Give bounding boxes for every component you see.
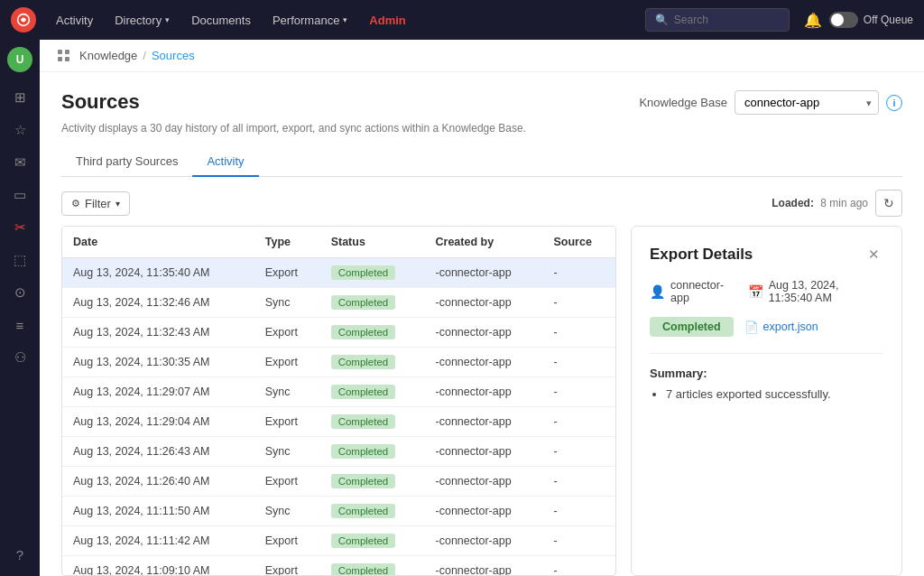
cell-source: -	[543, 288, 616, 318]
search-input[interactable]	[674, 14, 780, 26]
filter-bar: ⚙ Filter ▾ Loaded: 8 min ago ↻	[61, 190, 902, 217]
cell-type: Export	[254, 348, 320, 377]
table-row[interactable]: Aug 13, 2024, 11:32:43 AM Export Complet…	[62, 318, 615, 348]
cell-created-by: -connector-app	[425, 467, 543, 497]
user-avatar[interactable]: U	[7, 47, 32, 72]
cell-type: Export	[254, 556, 320, 577]
table-row[interactable]: Aug 13, 2024, 11:35:40 AM Export Complet…	[62, 258, 615, 288]
sidebar-item-monitor[interactable]: ▭	[5, 181, 34, 209]
search-icon: 🔍	[655, 14, 669, 26]
meta-date: 📅 Aug 13, 2024, 11:35:40 AM	[748, 279, 883, 304]
close-button[interactable]: ✕	[864, 245, 883, 265]
table-row[interactable]: Aug 13, 2024, 11:30:35 AM Export Complet…	[62, 348, 615, 377]
nav-right: 🔔 Off Queue	[804, 12, 913, 29]
queue-toggle[interactable]	[829, 12, 858, 28]
table-row[interactable]: Aug 13, 2024, 11:29:04 AM Export Complet…	[62, 407, 615, 437]
info-icon[interactable]: i	[886, 95, 902, 111]
tab-activity[interactable]: Activity	[192, 147, 258, 177]
cell-created-by: -connector-app	[425, 526, 543, 556]
queue-toggle-wrap: Off Queue	[829, 12, 913, 28]
panel-status-row: Completed 📄 export.json	[650, 317, 883, 337]
cell-status: Completed	[320, 258, 425, 288]
calendar-icon: 📅	[748, 284, 763, 299]
cell-source: -	[543, 407, 616, 437]
sidebar-item-chat[interactable]: ✉	[5, 148, 34, 177]
cell-date: Aug 13, 2024, 11:35:40 AM	[62, 258, 254, 288]
table-row[interactable]: Aug 13, 2024, 11:09:10 AM Export Complet…	[62, 556, 615, 577]
file-icon: 📄	[744, 321, 759, 334]
nav-activity[interactable]: Activity	[47, 8, 102, 33]
grid-icon[interactable]	[58, 50, 70, 62]
table-row[interactable]: Aug 13, 2024, 11:11:42 AM Export Complet…	[62, 526, 615, 556]
cell-date: Aug 13, 2024, 11:29:04 AM	[62, 407, 254, 437]
page-title: Sources	[61, 90, 140, 114]
cell-date: Aug 13, 2024, 11:32:46 AM	[62, 288, 254, 318]
panel-header: Export Details ✕	[650, 245, 883, 265]
filter-icon: ⚙	[71, 198, 80, 209]
filter-right: Loaded: 8 min ago ↻	[772, 190, 902, 217]
refresh-button[interactable]: ↻	[875, 190, 902, 217]
nav-performance[interactable]: Performance ▾	[263, 8, 356, 33]
cell-date: Aug 13, 2024, 11:11:50 AM	[62, 497, 254, 526]
cell-type: Export	[254, 258, 320, 288]
sidebar-item-globe[interactable]: ⊙	[5, 278, 34, 307]
nav-admin[interactable]: Admin	[360, 8, 414, 33]
cell-type: Sync	[254, 288, 320, 318]
sidebar-item-favorites[interactable]: ☆	[5, 116, 34, 144]
cell-created-by: -connector-app	[425, 288, 543, 318]
sidebar: U ⊞ ☆ ✉ ▭ ✂ ⬚ ⊙ ≡ ⚇ ?	[0, 40, 40, 576]
table-row[interactable]: Aug 13, 2024, 11:26:43 AM Sync Completed…	[62, 437, 615, 467]
cell-source: -	[543, 437, 616, 467]
cell-source: -	[543, 497, 616, 526]
filter-button[interactable]: ⚙ Filter ▾	[61, 191, 130, 216]
export-file-link[interactable]: 📄 export.json	[744, 321, 818, 334]
meta-date-value: Aug 13, 2024, 11:35:40 AM	[769, 279, 883, 304]
table-row[interactable]: Aug 13, 2024, 11:26:40 AM Export Complet…	[62, 467, 615, 497]
table-row[interactable]: Aug 13, 2024, 11:32:46 AM Sync Completed…	[62, 288, 615, 318]
directory-caret: ▾	[165, 15, 170, 24]
app-logo[interactable]	[11, 7, 36, 33]
cell-type: Sync	[254, 377, 320, 407]
breadcrumb-home[interactable]: Knowledge	[79, 49, 137, 62]
cell-status: Completed	[320, 437, 425, 467]
tab-third-party-sources[interactable]: Third party Sources	[61, 147, 192, 177]
sidebar-item-list[interactable]: ≡	[5, 311, 34, 339]
bell-icon[interactable]: 🔔	[804, 12, 822, 29]
cell-status: Completed	[320, 467, 425, 497]
nav-documents[interactable]: Documents	[182, 8, 260, 33]
col-date: Date	[62, 227, 254, 258]
nav-directory[interactable]: Directory ▾	[106, 8, 179, 33]
cell-type: Sync	[254, 497, 320, 526]
cell-date: Aug 13, 2024, 11:29:07 AM	[62, 377, 254, 407]
cell-status: Completed	[320, 407, 425, 437]
cell-source: -	[543, 258, 616, 288]
kb-label: Knowledge Base	[639, 96, 727, 109]
main-content: Knowledge / Sources Sources Knowledge Ba…	[40, 40, 924, 576]
cell-type: Export	[254, 526, 320, 556]
cell-type: Export	[254, 318, 320, 348]
breadcrumb-current[interactable]: Sources	[152, 49, 195, 62]
cell-status: Completed	[320, 318, 425, 348]
breadcrumb: Knowledge / Sources	[40, 40, 924, 72]
meta-connector-name: connector-app	[670, 279, 730, 304]
sidebar-item-home[interactable]: ⊞	[5, 83, 34, 112]
sidebar-item-users[interactable]: ⚇	[5, 343, 34, 372]
table-row[interactable]: Aug 13, 2024, 11:11:50 AM Sync Completed…	[62, 497, 615, 526]
col-source: Source	[543, 227, 616, 258]
cell-created-by: -connector-app	[425, 348, 543, 377]
cell-source: -	[543, 556, 616, 577]
search-bar[interactable]: 🔍	[645, 8, 790, 32]
kb-dropdown[interactable]: connector-app	[735, 90, 879, 115]
cell-created-by: -connector-app	[425, 437, 543, 467]
meta-connector: 👤 connector-app	[650, 279, 730, 304]
cell-created-by: -connector-app	[425, 407, 543, 437]
table-row[interactable]: Aug 13, 2024, 11:29:07 AM Sync Completed…	[62, 377, 615, 407]
cell-created-by: -connector-app	[425, 318, 543, 348]
sidebar-item-scissors[interactable]: ✂	[5, 213, 34, 242]
cell-date: Aug 13, 2024, 11:30:35 AM	[62, 348, 254, 377]
cell-status: Completed	[320, 377, 425, 407]
cell-source: -	[543, 348, 616, 377]
kb-selector: Knowledge Base connector-app i	[639, 90, 902, 115]
sidebar-item-inbox[interactable]: ⬚	[5, 246, 34, 274]
sidebar-item-help[interactable]: ?	[5, 540, 34, 569]
